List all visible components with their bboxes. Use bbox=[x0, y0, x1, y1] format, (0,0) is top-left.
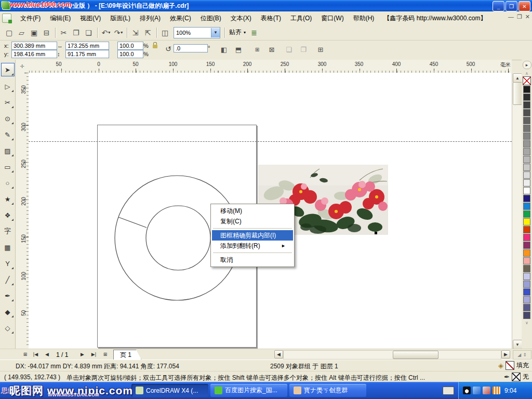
doc-restore-button[interactable]: ❐ bbox=[517, 14, 522, 20]
to-front-button[interactable]: ❏ bbox=[283, 44, 295, 55]
menu-item[interactable]: 表格(T) bbox=[256, 12, 286, 24]
palette-scroll-up-button[interactable]: ∧ bbox=[523, 70, 531, 76]
color-swatch[interactable] bbox=[523, 140, 530, 148]
color-swatch[interactable] bbox=[523, 187, 530, 194]
scroll-down-button[interactable]: ▼ bbox=[513, 340, 522, 349]
zoom-level-combo[interactable]: 100% ▼ bbox=[174, 27, 220, 38]
next-page-button[interactable]: ▶ bbox=[78, 350, 87, 358]
keyboard-layout-icon[interactable] bbox=[443, 387, 454, 395]
to-back-button[interactable]: ❐ bbox=[298, 44, 309, 55]
color-swatch[interactable] bbox=[523, 203, 530, 210]
color-swatch[interactable] bbox=[523, 304, 530, 311]
pan-corner-buttons[interactable]: ◢⇕ bbox=[513, 350, 531, 360]
menu-item[interactable]: 视图(V) bbox=[75, 12, 105, 24]
menu-item[interactable]: 文本(X) bbox=[226, 12, 256, 24]
menu-item[interactable]: 帮助(H) bbox=[349, 12, 379, 24]
shape-tool[interactable]: ▷ bbox=[2, 80, 14, 92]
toolbar-button[interactable] bbox=[55, 28, 56, 38]
vertical-ruler[interactable]: 35030025020015010050 bbox=[16, 73, 29, 349]
doc-close-button[interactable]: ✕ bbox=[525, 14, 530, 20]
ellipse-tool[interactable]: ○ bbox=[2, 177, 14, 189]
color-swatch[interactable] bbox=[523, 171, 530, 179]
color-swatch[interactable] bbox=[523, 273, 530, 280]
menu-item[interactable]: 【鑫字条码 http://www.lw3000.com】 bbox=[379, 12, 491, 24]
print-button[interactable]: ⊟ bbox=[41, 27, 53, 38]
copy-button[interactable]: ❐ bbox=[70, 27, 83, 38]
palette-scroll-down-button[interactable]: ∨ bbox=[523, 320, 531, 326]
color-swatch[interactable] bbox=[523, 234, 530, 241]
interactive-blend-tool[interactable]: Y bbox=[2, 257, 14, 270]
color-swatch[interactable] bbox=[523, 281, 530, 288]
chevron-down-icon[interactable]: ▼ bbox=[211, 28, 220, 37]
color-swatch[interactable] bbox=[523, 117, 530, 124]
scale-h-field[interactable]: 100.0 bbox=[117, 42, 143, 50]
rectangle-tool[interactable]: ▭ bbox=[2, 161, 14, 173]
color-swatch[interactable] bbox=[523, 242, 530, 249]
vertical-scrollbar[interactable]: ▲ ▼ bbox=[512, 73, 522, 349]
snap-dropdown[interactable]: 贴齐 ▾ bbox=[227, 28, 248, 37]
color-swatch[interactable] bbox=[523, 86, 530, 93]
color-swatch[interactable] bbox=[523, 249, 530, 257]
polygon-tool[interactable]: ★ bbox=[2, 193, 14, 205]
selection-handle[interactable] bbox=[375, 232, 377, 234]
palette-flyout-button[interactable]: ▸ bbox=[523, 61, 531, 69]
horizontal-scrollbar[interactable] bbox=[283, 350, 501, 360]
toolbar-button[interactable] bbox=[97, 28, 98, 38]
dictionary-tray-icon[interactable] bbox=[493, 387, 500, 394]
application-launcher-button[interactable]: ◫ bbox=[159, 27, 171, 38]
prev-page-button[interactable]: ◀ bbox=[43, 350, 51, 358]
close-button[interactable]: ✕ bbox=[518, 1, 530, 11]
object-height-field[interactable]: 91.175 mm bbox=[65, 50, 109, 58]
context-menu-item[interactable] bbox=[213, 228, 292, 229]
open-button[interactable]: ▱ bbox=[16, 27, 28, 38]
color-swatch[interactable] bbox=[523, 265, 530, 272]
color-swatch[interactable] bbox=[523, 218, 530, 225]
color-swatch[interactable] bbox=[523, 125, 530, 132]
scroll-left-button[interactable]: ◀ bbox=[274, 350, 283, 358]
no-color-swatch[interactable] bbox=[523, 76, 531, 85]
interactive-fill-tool[interactable]: ◇ bbox=[2, 322, 14, 334]
smart-fill-tool[interactable]: ▨ bbox=[2, 144, 14, 157]
outline-pen-tool[interactable]: ✒ bbox=[2, 289, 14, 302]
color-swatch[interactable] bbox=[523, 296, 530, 303]
combine-button[interactable]: ⧆ bbox=[251, 44, 263, 55]
scroll-up-button[interactable]: ▲ bbox=[513, 73, 522, 83]
security-tray-icon[interactable] bbox=[483, 387, 490, 394]
toolbar-button[interactable] bbox=[156, 28, 157, 38]
color-swatch[interactable] bbox=[523, 288, 530, 296]
context-menu-item[interactable] bbox=[213, 252, 292, 253]
menu-item[interactable]: 窗口(W) bbox=[316, 12, 348, 24]
first-page-button[interactable]: |◀ bbox=[31, 350, 40, 358]
color-swatch[interactable] bbox=[523, 132, 530, 140]
color-swatch[interactable] bbox=[523, 195, 530, 202]
object-width-field[interactable]: 173.255 mm bbox=[65, 42, 109, 50]
add-page-button[interactable]: ⊞ bbox=[101, 350, 110, 358]
import-button[interactable]: ⇲ bbox=[129, 27, 142, 38]
color-swatch[interactable] bbox=[523, 164, 530, 171]
color-swatch[interactable] bbox=[523, 109, 530, 116]
paste-button[interactable]: ❏ bbox=[83, 27, 95, 38]
color-swatch[interactable] bbox=[523, 148, 530, 155]
canvas[interactable]: 移动(M)复制(C)图框精确剪裁内部(I)添加到翻转(R)►取消 bbox=[29, 73, 512, 349]
eyedropper-tool[interactable]: ╱ bbox=[2, 273, 14, 286]
ungroup-button[interactable]: ⊠ bbox=[266, 44, 277, 55]
outline-color-swatch[interactable] bbox=[512, 373, 521, 381]
minimize-button[interactable]: _ bbox=[493, 1, 504, 11]
undo-button[interactable]: ↶▾ bbox=[100, 27, 112, 38]
menu-item[interactable]: 文件(F) bbox=[16, 12, 45, 24]
rotation-angle-field[interactable]: .0 bbox=[174, 44, 208, 52]
fill-color-swatch[interactable] bbox=[506, 361, 514, 370]
taskbar-button-qq-group[interactable]: 寳ナ爂ㄎ创意群 bbox=[289, 384, 366, 397]
color-swatch[interactable] bbox=[523, 156, 530, 163]
restore-button[interactable]: ❐ bbox=[506, 1, 517, 11]
color-swatch[interactable] bbox=[523, 226, 530, 233]
new-document-button[interactable]: ▢ bbox=[3, 27, 16, 38]
x-position-field[interactable]: 300.389 mm bbox=[11, 42, 57, 50]
color-swatch[interactable] bbox=[523, 101, 530, 109]
context-menu-item-add-to-rollover[interactable]: 添加到翻转(R)► bbox=[212, 241, 293, 251]
table-tool[interactable]: ▦ bbox=[2, 241, 14, 254]
scroll-right-button[interactable]: ▶ bbox=[501, 350, 510, 358]
horizontal-ruler[interactable]: 毫米 50050100150200250300350400450500 bbox=[29, 60, 512, 73]
menu-item[interactable]: 位图(B) bbox=[196, 12, 226, 24]
basic-shapes-tool[interactable]: ❖ bbox=[2, 209, 14, 221]
